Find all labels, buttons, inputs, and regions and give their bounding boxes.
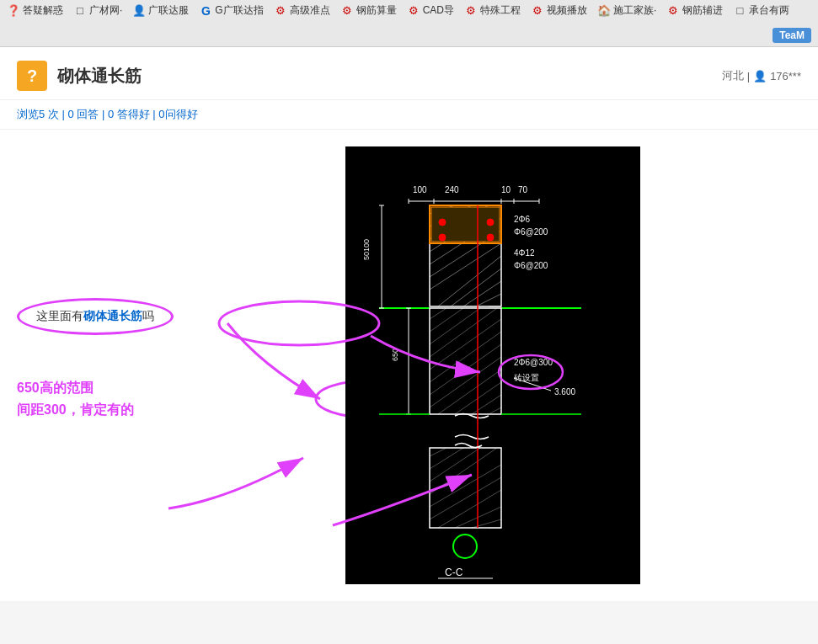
svg-point-28 xyxy=(439,219,446,226)
left-annotation: 这里面有砌体通长筋吗 650高的范围 间距300，肯定有的 xyxy=(17,146,185,420)
gjsl-icon: ⚙ xyxy=(340,4,354,18)
cad-image-container: 100 240 10 70 xyxy=(202,146,801,584)
cad-icon: ⚙ xyxy=(407,4,420,18)
toolbar-label-guangcai: 广材网· xyxy=(89,3,122,18)
svg-line-68 xyxy=(430,448,463,469)
toolbar-label-cad: CAD导 xyxy=(423,3,454,18)
toolbar-item-sjjz[interactable]: 🏠 施工家族· xyxy=(597,3,656,18)
toolbar-label-gjzd: 高级准点 xyxy=(290,3,330,18)
note-line1: 650高的范围 xyxy=(17,377,185,399)
member-count: 176*** xyxy=(770,70,801,82)
svg-line-52 xyxy=(430,332,501,382)
toolbar-item-ctyp[interactable]: □ 承台有两 xyxy=(733,3,789,18)
content-area: 这里面有砌体通长筋吗 650高的范围 间距300，肯定有的 xyxy=(0,130,818,601)
svg-line-57 xyxy=(472,395,501,414)
toolbar-label-qa: 答疑解惑 xyxy=(23,3,63,18)
toolbar-label-gjsl: 钢筋算量 xyxy=(356,3,397,18)
ctyp-icon: □ xyxy=(733,4,746,18)
toolbar-item-video[interactable]: ⚙ 视频播放 xyxy=(531,3,587,18)
toolbar: ❓ 答疑解惑 □ 广材网· 👤 广联达服 G G广联达指 ⚙ 高级准点 ⚙ 钢筋… xyxy=(0,0,818,47)
svg-text:4Φ12: 4Φ12 xyxy=(514,248,535,258)
svg-line-71 xyxy=(430,465,501,507)
gjzd-icon: ⚙ xyxy=(274,4,287,18)
note-line2: 间距300，肯定有的 xyxy=(17,399,185,421)
annotation-bubble: 这里面有砌体通长筋吗 xyxy=(17,298,174,335)
tsgc-icon: ⚙ xyxy=(464,4,478,18)
divider: | xyxy=(747,70,750,82)
svg-line-50 xyxy=(430,308,497,357)
svg-line-67 xyxy=(430,448,446,456)
guangcai-icon: □ xyxy=(73,4,87,18)
svg-text:70: 70 xyxy=(518,185,528,194)
svg-text:Φ6@200: Φ6@200 xyxy=(514,261,548,270)
toolbar-item-qa[interactable]: ❓ 答疑解惑 xyxy=(7,3,63,18)
svg-line-58 xyxy=(489,407,501,414)
svg-text:C-C: C-C xyxy=(445,567,463,578)
toolbar-item-tsgc[interactable]: ⚙ 特殊工程 xyxy=(464,3,521,18)
cad-canvas: 100 240 10 70 xyxy=(345,146,640,584)
svg-point-78 xyxy=(453,535,477,558)
toolbar-item-cad[interactable]: ⚙ CAD导 xyxy=(407,3,454,18)
svg-line-47 xyxy=(430,308,446,319)
svg-text:砖设置: 砖设置 xyxy=(513,373,539,382)
svg-rect-66 xyxy=(430,448,501,528)
toolbar-label-gjfj: 钢筋辅进 xyxy=(682,3,723,18)
svg-line-75 xyxy=(472,519,501,528)
toolbar-item-glda[interactable]: 👤 广联达服 xyxy=(132,3,189,18)
qa-icon: ❓ xyxy=(7,4,20,18)
svg-text:50100: 50100 xyxy=(362,239,371,260)
svg-line-20 xyxy=(430,243,501,290)
question-meta: 河北 | 👤 176*** xyxy=(722,68,801,83)
question-icon: ? xyxy=(17,61,47,91)
svg-text:2Φ6@300: 2Φ6@300 xyxy=(514,358,553,367)
video-icon: ⚙ xyxy=(531,4,544,18)
highlight-text: 砌体通长筋 xyxy=(83,309,142,322)
svg-text:10: 10 xyxy=(501,185,511,194)
question-title: 砌体通长筋 xyxy=(57,65,142,88)
annotation-text: 650高的范围 间距300，肯定有的 xyxy=(17,377,185,420)
svg-text:3.600: 3.600 xyxy=(554,387,575,397)
toolbar-label-video: 视频播放 xyxy=(547,3,587,18)
svg-line-55 xyxy=(438,370,501,414)
svg-line-48 xyxy=(430,308,463,332)
toolbar-item-gjsl[interactable]: ⚙ 钢筋算量 xyxy=(340,3,397,18)
svg-line-23 xyxy=(463,281,501,306)
svg-line-22 xyxy=(451,269,501,306)
gjfj-icon: ⚙ xyxy=(666,4,680,18)
toolbar-label-ctyp: 承台有两 xyxy=(749,3,789,18)
svg-text:100: 100 xyxy=(413,185,427,194)
toolbar-label-sjjz: 施工家族· xyxy=(613,3,656,18)
toolbar-item-gjfj[interactable]: ⚙ 钢筋辅进 xyxy=(666,3,723,18)
svg-point-31 xyxy=(487,234,494,241)
toolbar-item-gjzd[interactable]: ⚙ 高级准点 xyxy=(274,3,330,18)
member-icon: 👤 xyxy=(753,70,767,82)
svg-line-51 xyxy=(430,319,501,370)
svg-line-72 xyxy=(430,477,501,519)
stats-text: 浏览5 次 | 0 回答 | 0 答得好 | 0问得好 xyxy=(17,108,198,120)
svg-line-54 xyxy=(430,357,501,407)
question-header: ? 砌体通长筋 河北 | 👤 176*** xyxy=(0,47,818,100)
cad-svg: 100 240 10 70 xyxy=(345,146,640,584)
toolbar-item-guangcai[interactable]: □ 广材网· xyxy=(73,3,122,18)
toolbar-item-gldzhi[interactable]: G G广联达指 xyxy=(199,3,263,18)
stats-bar: 浏览5 次 | 0 回答 | 0 答得好 | 0问得好 xyxy=(0,100,818,130)
toolbar-label-glda: 广联达服 xyxy=(148,3,189,18)
toolbar-label-gldzhi: G广联达指 xyxy=(215,3,263,18)
glda-icon: 👤 xyxy=(132,4,146,18)
sjjz-icon: 🏠 xyxy=(597,4,611,18)
svg-line-53 xyxy=(430,344,501,395)
team-badge: TeaM xyxy=(773,28,811,43)
svg-text:240: 240 xyxy=(445,185,459,194)
svg-point-29 xyxy=(487,219,494,226)
location-text: 河北 xyxy=(722,68,744,83)
svg-text:2Φ6: 2Φ6 xyxy=(514,215,531,224)
svg-text:Φ6@200: Φ6@200 xyxy=(514,227,548,237)
gldzhi-icon: G xyxy=(199,4,212,18)
main-content: ? 砌体通长筋 河北 | 👤 176*** 浏览5 次 | 0 回答 | 0 答… xyxy=(0,47,818,601)
toolbar-label-tsgc: 特殊工程 xyxy=(480,3,521,18)
svg-text:650: 650 xyxy=(391,349,399,361)
svg-point-30 xyxy=(439,234,446,241)
